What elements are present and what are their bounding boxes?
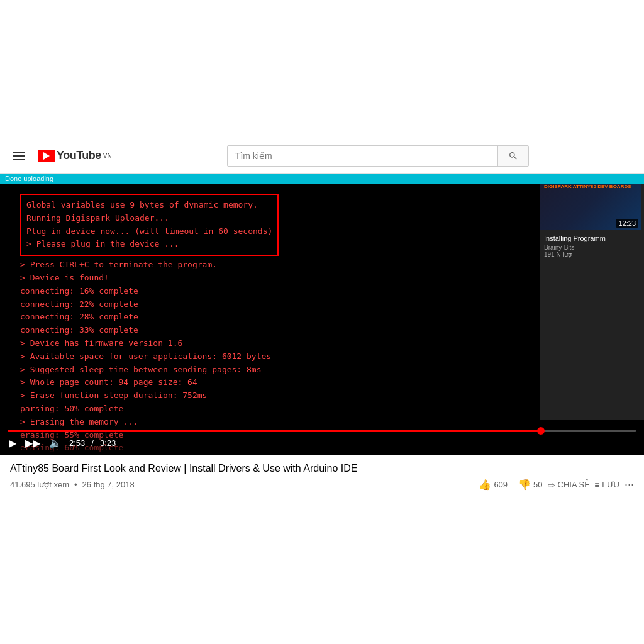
top-white-area xyxy=(0,0,644,138)
thumbs-down-icon: 👎 xyxy=(518,479,531,491)
dislike-count: 50 xyxy=(533,480,542,489)
video-title-row: ATtiny85 Board First Look and Review | I… xyxy=(10,463,634,474)
dislike-button[interactable]: 👎 50 xyxy=(518,479,542,491)
terminal-line-3: Plug in device now... (will timeout in 6… xyxy=(26,226,272,236)
like-divider xyxy=(513,479,513,491)
video-controls: ▶ ▶▶ 🔈 2:53 / 3:23 xyxy=(0,427,644,455)
terminal-highlighted-box: Global variables use 9 bytes of dynamic … xyxy=(20,194,279,256)
save-label: LƯU xyxy=(602,480,619,489)
save-icon: ≡ xyxy=(594,480,599,490)
progress-dot xyxy=(537,427,545,435)
hamburger-menu[interactable] xyxy=(10,149,28,163)
share-button[interactable]: ⇨ CHIA SẺ xyxy=(548,480,590,490)
video-player[interactable]: Done uploading Global variables use 9 by… xyxy=(0,174,644,455)
youtube-logo-vn: VN xyxy=(103,152,112,159)
video-views: 41.695 lượt xem xyxy=(10,480,69,489)
share-label: CHIA SẺ xyxy=(558,480,590,489)
controls-row: ▶ ▶▶ 🔈 2:53 / 3:23 xyxy=(8,436,636,450)
next-video-channel: Brainy-Bits xyxy=(544,244,640,251)
video-info-bottom: 41.695 lượt xem • 26 thg 7, 2018 👍 609 👎… xyxy=(10,478,634,491)
youtube-logo[interactable]: YouTubeVN xyxy=(38,149,112,162)
next-video-duration: 12:23 xyxy=(616,219,638,228)
youtube-header: YouTubeVN xyxy=(0,138,644,174)
time-separator: / xyxy=(91,438,94,448)
next-video-views: 191 N lượ xyxy=(544,251,640,258)
next-icon: ▶▶ xyxy=(25,437,40,449)
more-options-button[interactable]: ··· xyxy=(625,478,634,491)
next-video-panel[interactable]: INSTALL DRIVERS / PROGRAMMING DIGISPARK … xyxy=(540,174,644,420)
header-left: YouTubeVN xyxy=(10,149,112,163)
next-video-title: Installing Programm xyxy=(544,234,640,243)
more-icon: ··· xyxy=(625,478,634,491)
search-icon xyxy=(508,151,518,161)
terminal-line-2: Running Digispark Uploader... xyxy=(26,213,169,223)
next-video-info: Installing Programm Brainy-Bits 191 N lư… xyxy=(540,230,644,262)
terminal-line-4: > Please plug in the device ... xyxy=(26,239,179,248)
thumbs-up-icon: 👍 xyxy=(479,479,491,491)
like-count: 609 xyxy=(494,480,508,489)
play-button[interactable]: ▶ xyxy=(8,436,18,450)
save-button[interactable]: ≡ LƯU xyxy=(594,480,619,490)
search-input[interactable] xyxy=(228,146,497,166)
youtube-logo-text: YouTube xyxy=(57,149,101,162)
share-icon: ⇨ xyxy=(548,480,555,490)
video-date-separator: • xyxy=(74,480,77,489)
video-info-section: ATtiny85 Board First Look and Review | I… xyxy=(0,455,644,499)
youtube-logo-icon xyxy=(38,150,55,162)
terminal-line-1: Global variables use 9 bytes of dynamic … xyxy=(26,200,258,209)
search-box xyxy=(227,145,529,167)
search-area xyxy=(122,145,634,167)
progress-fill xyxy=(8,430,541,432)
next-button[interactable]: ▶▶ xyxy=(24,436,42,450)
time-total: 3:23 xyxy=(100,438,116,448)
like-button[interactable]: 👍 609 xyxy=(479,479,508,491)
time-current: 2:53 xyxy=(69,438,85,448)
done-uploading-bar: Done uploading xyxy=(0,174,644,184)
progress-bar[interactable] xyxy=(8,430,636,432)
search-button[interactable] xyxy=(497,146,528,166)
mute-icon: 🔈 xyxy=(49,437,62,449)
video-date: 26 thg 7, 2018 xyxy=(82,480,135,489)
play-icon: ▶ xyxy=(9,437,16,449)
mute-button[interactable]: 🔈 xyxy=(48,436,63,450)
video-title: ATtiny85 Board First Look and Review | I… xyxy=(10,463,634,474)
